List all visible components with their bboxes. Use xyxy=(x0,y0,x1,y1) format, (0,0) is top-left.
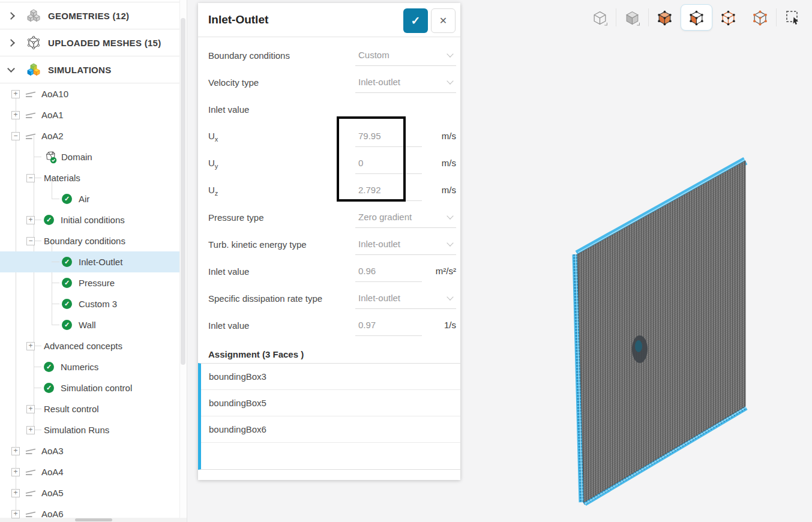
expander-icon[interactable]: − xyxy=(11,132,20,140)
sidebar-section-geometries-12-[interactable]: GEOMETRIES (12) xyxy=(0,2,187,29)
scrollbar-thumb[interactable] xyxy=(75,518,112,521)
sidebar-section-uploaded-meshes-15-[interactable]: UPLOADED MESHES (15) xyxy=(0,29,187,56)
check-icon: ✓ xyxy=(62,299,72,309)
value-input[interactable]: 0.97 xyxy=(358,320,376,330)
field-group-heading: Inlet value xyxy=(198,96,460,123)
expander-icon[interactable]: + xyxy=(26,216,35,224)
tree-item-aoa2[interactable]: − AoA2 xyxy=(0,125,180,146)
dropdown-underline xyxy=(355,308,456,309)
check-icon: ✓ xyxy=(44,362,54,372)
sim-icon xyxy=(24,446,37,456)
dropdown-underline xyxy=(355,92,456,93)
dropdown-select[interactable]: Zero gradient xyxy=(355,204,456,231)
volume-select-tool-button[interactable] xyxy=(649,4,681,31)
field-label: Inlet value xyxy=(208,266,249,277)
chevron-icon[interactable] xyxy=(8,68,26,71)
field-row: Inlet value 0.96 m²/s² xyxy=(198,258,460,285)
tree-item-aoa10[interactable]: + AoA10 xyxy=(0,83,180,104)
value-input[interactable]: 2.792 xyxy=(358,185,381,195)
field-label: Specific dissipation rate type xyxy=(208,293,322,304)
simulation-workbench: GEOMETRIES (12) UPLOADED MESHES (15) xyxy=(0,0,812,522)
sidebar-vertical-scrollbar[interactable] xyxy=(179,0,187,518)
expander-icon[interactable]: + xyxy=(11,90,20,98)
expander-icon[interactable]: − xyxy=(26,174,35,182)
tree-item-label: Numerics xyxy=(61,362,98,372)
tree-item-air[interactable]: ✓ Air xyxy=(0,188,180,209)
field-row: Uz 2.792 m/s xyxy=(198,177,460,204)
sim-icon xyxy=(24,110,37,120)
tree-item-wall[interactable]: ✓ Wall xyxy=(0,314,180,335)
value-input[interactable]: 0.96 xyxy=(358,266,376,276)
tree-item-simulation-runs[interactable]: + Simulation Runs xyxy=(0,419,180,440)
chevron-icon[interactable] xyxy=(8,13,26,19)
tree-item-materials[interactable]: − Materials xyxy=(0,167,180,188)
mesh-plane[interactable] xyxy=(564,150,768,513)
chevron-icon[interactable] xyxy=(8,40,26,46)
tree-item-simulation-control[interactable]: ✓ Simulation control xyxy=(0,377,180,398)
expander-icon[interactable]: + xyxy=(11,468,20,476)
tree-item-aoa5[interactable]: + AoA5 xyxy=(0,482,180,503)
expander-icon[interactable]: + xyxy=(11,447,20,455)
dropdown-value: Inlet-outlet xyxy=(358,77,400,87)
tree-item-inlet-outlet[interactable]: ✓ Inlet-Outlet xyxy=(0,251,180,272)
field-row: Turb. kinetic energy type Inlet-outlet xyxy=(198,231,460,258)
expander-icon[interactable]: + xyxy=(26,426,35,434)
input-underline xyxy=(355,146,422,147)
mesh-face[interactable] xyxy=(577,161,745,502)
solid-view-tool-button[interactable] xyxy=(616,4,648,31)
expander-icon[interactable]: + xyxy=(11,489,20,497)
expander-icon[interactable]: + xyxy=(26,405,35,413)
tree-item-label: Initial conditions xyxy=(61,215,125,225)
panel-fields: Boundary conditions Custom Velocity type… xyxy=(198,37,460,339)
tree-item-custom-3[interactable]: ✓ Custom 3 xyxy=(0,293,180,314)
tree-item-aoa3[interactable]: + AoA3 xyxy=(0,440,180,461)
check-icon: ✓ xyxy=(62,320,72,330)
tree-item-label: Result control xyxy=(44,404,99,414)
tree-item-label: Simulation Runs xyxy=(44,425,109,435)
field-row: Specific dissipation rate type Inlet-out… xyxy=(198,285,460,312)
box-select-tool-button[interactable] xyxy=(777,4,808,31)
value-input[interactable]: 79.95 xyxy=(358,131,381,141)
dropdown-select[interactable]: Custom xyxy=(355,42,456,69)
tree-item-advanced-concepts[interactable]: + Advanced concepts xyxy=(0,335,180,356)
field-row: Velocity type Inlet-outlet xyxy=(198,69,460,96)
unit-label: m²/s² xyxy=(436,266,456,276)
expander-icon[interactable]: + xyxy=(26,342,35,350)
tree-item-aoa4[interactable]: + AoA4 xyxy=(0,461,180,482)
value-input[interactable]: 0 xyxy=(358,158,363,168)
tree-item-domain[interactable]: Domain xyxy=(0,146,180,167)
assignment-face-row[interactable]: boundingBox5 xyxy=(201,390,460,416)
section-label: UPLOADED MESHES (15) xyxy=(48,38,161,48)
assignment-empty-row[interactable] xyxy=(201,443,460,469)
tree-item-pressure[interactable]: ✓ Pressure xyxy=(0,272,180,293)
sidebar-section-simulations[interactable]: SIMULATIONS xyxy=(0,56,187,83)
confirm-button[interactable] xyxy=(403,8,428,33)
field-label: Pressure type xyxy=(208,212,264,223)
field-label: Uz xyxy=(208,185,218,197)
dropdown-value: Zero gradient xyxy=(358,212,412,222)
tree-item-aoa1[interactable]: + AoA1 xyxy=(0,104,180,125)
assignment-face-row[interactable]: boundingBox3 xyxy=(201,364,460,390)
tree-item-numerics[interactable]: ✓ Numerics xyxy=(0,356,180,377)
expander-icon[interactable]: + xyxy=(11,111,20,119)
assignment-face-row[interactable]: boundingBox6 xyxy=(201,416,460,443)
dropdown-value: Inlet-outlet xyxy=(358,293,400,303)
tree-item-initial-conditions[interactable]: + ✓ Initial conditions xyxy=(0,209,180,230)
close-button[interactable] xyxy=(431,8,456,33)
tree-item-label: AoA2 xyxy=(41,131,64,141)
expander-icon[interactable]: + xyxy=(11,510,20,518)
dropdown-underline xyxy=(355,65,456,66)
tree-item-result-control[interactable]: + Result control xyxy=(0,398,180,419)
edge-select-tool-button[interactable] xyxy=(712,4,744,31)
expander-icon[interactable]: − xyxy=(26,237,35,245)
wireframe-view-tool-button[interactable] xyxy=(584,4,616,31)
face-select-tool-button[interactable] xyxy=(681,4,712,31)
dropdown-select[interactable]: Inlet-outlet xyxy=(355,231,456,258)
assignment-face-label: boundingBox6 xyxy=(209,424,266,434)
dropdown-select[interactable]: Inlet-outlet xyxy=(355,69,456,96)
dropdown-select[interactable]: Inlet-outlet xyxy=(355,285,456,312)
tree-item-boundary-conditions[interactable]: − Boundary conditions xyxy=(0,230,180,251)
scrollbar-thumb[interactable] xyxy=(181,18,185,365)
tree-item-label: Materials xyxy=(44,173,80,183)
vertex-select-tool-button[interactable] xyxy=(744,4,776,31)
